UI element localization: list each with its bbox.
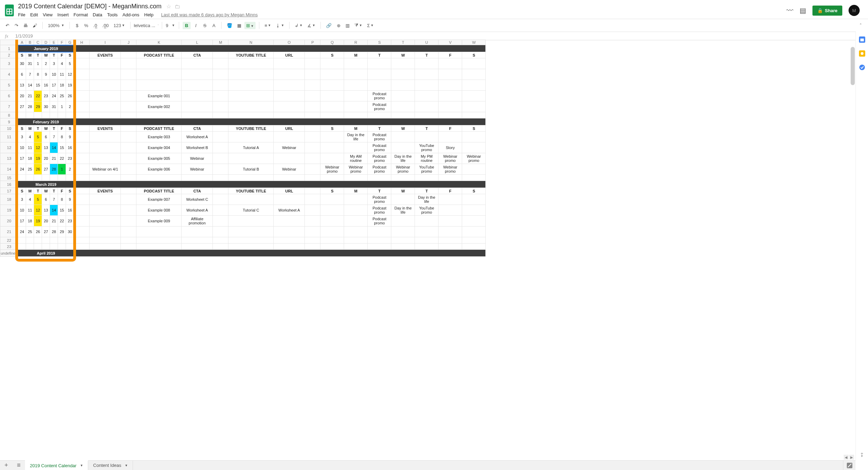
cta-header[interactable]: CTA xyxy=(182,52,213,58)
row-header[interactable]: 10 xyxy=(0,125,18,132)
row-header[interactable]: 6 xyxy=(0,91,18,101)
redo-icon[interactable]: ↷ xyxy=(12,22,20,30)
row-header[interactable]: 13 xyxy=(0,153,18,164)
calendar-day-cell[interactable]: 16 xyxy=(42,80,50,91)
calendar-day-cell[interactable]: 24 xyxy=(50,91,58,101)
menu-format[interactable]: Format xyxy=(74,12,88,17)
schedule-cell[interactable] xyxy=(344,58,368,69)
schedule-cell[interactable]: Podcast promo xyxy=(368,205,391,216)
calendar-day-cell[interactable]: 25 xyxy=(58,91,66,101)
youtube-cell[interactable] xyxy=(228,101,274,112)
schedule-cell[interactable] xyxy=(439,80,462,91)
schedule-cell[interactable]: Webinar promo xyxy=(391,164,415,175)
calendar-day-cell[interactable]: 6 xyxy=(42,194,50,205)
calendar-day-cell[interactable]: 5 xyxy=(34,132,42,142)
calendar-day-cell[interactable]: 5 xyxy=(66,58,74,69)
schedule-cell[interactable] xyxy=(462,69,486,80)
schedule-cell[interactable]: My AM routine xyxy=(344,153,368,164)
day-header-cell[interactable]: T xyxy=(50,188,58,194)
calendar-day-cell[interactable]: 26 xyxy=(34,164,42,175)
decrease-decimal-icon[interactable]: .0̲ xyxy=(91,22,99,30)
calendar-day-cell[interactable]: 12 xyxy=(34,142,42,153)
events-cell[interactable] xyxy=(90,101,121,112)
text-color-icon[interactable]: A xyxy=(210,22,218,30)
calendar-day-cell[interactable]: 26 xyxy=(66,91,74,101)
calendar-day-cell[interactable]: 1 xyxy=(58,101,66,112)
calendar-day-cell[interactable]: 18 xyxy=(26,153,34,164)
calendar-day-cell[interactable]: 15 xyxy=(34,80,42,91)
horizontal-align-icon[interactable]: ≡▼ xyxy=(263,22,273,30)
activity-icon[interactable]: 〰︎ xyxy=(786,7,793,15)
scroll-left-icon[interactable]: ◀ xyxy=(844,455,849,460)
explore-button[interactable] xyxy=(843,460,856,470)
youtube-header[interactable]: YOUTUBE TITLE xyxy=(228,52,274,58)
schedule-cell[interactable]: YouTube promo xyxy=(415,164,439,175)
strikethrough-button[interactable]: S xyxy=(201,22,209,30)
podcast-cell[interactable]: Example 001 xyxy=(136,91,182,101)
increase-decimal-icon[interactable]: .0̲0 xyxy=(100,22,110,30)
day-header-cell[interactable]: M xyxy=(26,125,34,132)
cta-header[interactable]: CTA xyxy=(182,125,213,132)
day-header-cell[interactable]: S xyxy=(18,125,26,132)
day-header-cell[interactable]: W xyxy=(42,188,50,194)
row-header[interactable]: 19 xyxy=(0,205,18,216)
calendar-day-cell[interactable]: 3 xyxy=(18,132,26,142)
schedule-cell[interactable] xyxy=(462,164,486,175)
schedule-cell[interactable]: Podcast promo xyxy=(368,153,391,164)
schedule-cell[interactable] xyxy=(391,194,415,205)
day-header-cell[interactable]: F xyxy=(58,125,66,132)
calendar-day-cell[interactable]: 20 xyxy=(18,91,26,101)
vertical-scrollbar-thumb[interactable] xyxy=(851,47,855,85)
menu-tools[interactable]: Tools xyxy=(107,12,117,17)
schedule-cell[interactable] xyxy=(415,101,439,112)
font-size-dropdown[interactable]: 9▼ xyxy=(166,22,175,30)
calendar-day-cell[interactable]: 8 xyxy=(58,194,66,205)
podcast-header[interactable]: PODCAST TITLE xyxy=(136,125,182,132)
day-header-cell[interactable]: S xyxy=(18,52,26,58)
row-header[interactable]: 9 xyxy=(0,118,18,125)
insert-link-icon[interactable]: 🔗 xyxy=(324,22,333,30)
add-sheet-button[interactable]: + xyxy=(0,461,12,470)
month-header-cell[interactable]: January 2019 xyxy=(18,45,74,52)
calendar-day-cell[interactable]: 27 xyxy=(18,101,26,112)
podcast-cell[interactable]: Example 002 xyxy=(136,101,182,112)
events-cell[interactable] xyxy=(90,205,121,216)
schedule-cell[interactable] xyxy=(462,216,486,226)
schedule-cell[interactable] xyxy=(344,80,368,91)
youtube-cell[interactable]: Tutorial B xyxy=(228,164,274,175)
day-header-cell[interactable]: M xyxy=(26,52,34,58)
schedule-cell[interactable]: Podcast promo xyxy=(368,142,391,153)
calendar-day-cell[interactable]: 13 xyxy=(42,205,50,216)
youtube-cell[interactable] xyxy=(228,80,274,91)
schedule-cell[interactable] xyxy=(368,80,391,91)
calendar-day-cell[interactable]: 5 xyxy=(34,194,42,205)
url-cell[interactable] xyxy=(274,101,305,112)
schedule-cell[interactable] xyxy=(344,69,368,80)
schedule-cell[interactable] xyxy=(320,58,344,69)
day-header-cell[interactable]: T xyxy=(34,188,42,194)
schedule-cell[interactable] xyxy=(415,69,439,80)
url-cell[interactable]: Webinar xyxy=(274,142,305,153)
events-cell[interactable] xyxy=(90,69,121,80)
calendar-day-cell[interactable]: 1 xyxy=(34,58,42,69)
day-header-cell[interactable]: F xyxy=(439,188,462,194)
cta-cell[interactable] xyxy=(182,80,213,91)
schedule-cell[interactable] xyxy=(439,205,462,216)
schedule-cell[interactable]: Webinar promo xyxy=(439,164,462,175)
calendar-day-cell[interactable]: 18 xyxy=(58,80,66,91)
row-header[interactable]: 2 xyxy=(0,52,18,58)
row-header[interactable]: 5 xyxy=(0,80,18,91)
url-cell[interactable] xyxy=(274,153,305,164)
calendar-day-cell[interactable]: 7 xyxy=(50,132,58,142)
podcast-cell[interactable] xyxy=(136,80,182,91)
schedule-cell[interactable]: Podcast promo xyxy=(368,164,391,175)
events-header[interactable]: EVENTS xyxy=(90,188,121,194)
calendar-day-cell[interactable]: 28 xyxy=(26,101,34,112)
calendar-day-cell[interactable]: 27 xyxy=(42,164,50,175)
column-header[interactable]: O xyxy=(274,40,305,45)
month-header-cell[interactable] xyxy=(74,250,486,257)
schedule-cell[interactable] xyxy=(415,80,439,91)
schedule-cell[interactable] xyxy=(439,132,462,142)
podcast-cell[interactable] xyxy=(136,69,182,80)
row-header[interactable]: 20 xyxy=(0,216,18,226)
